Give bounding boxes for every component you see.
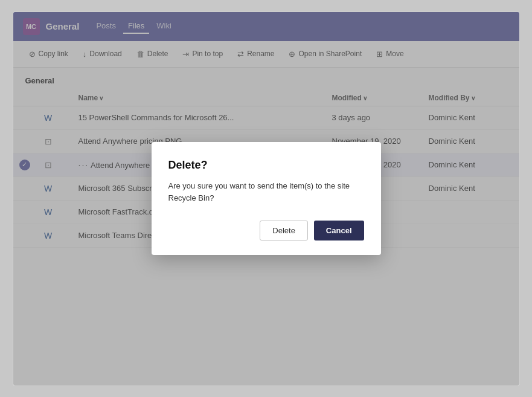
modal-title: Delete?	[168, 159, 364, 172]
app-window: MC General Posts Files Wiki ⊘ Copy link …	[13, 11, 520, 386]
modal-body: Are you sure you want to send the item(s…	[168, 180, 364, 204]
modal-actions: Delete Cancel	[168, 221, 364, 240]
modal-overlay: Delete? Are you sure you want to send th…	[13, 12, 519, 386]
cancel-button[interactable]: Cancel	[314, 221, 364, 240]
confirm-delete-button[interactable]: Delete	[260, 221, 308, 240]
delete-modal: Delete? Are you sure you want to send th…	[152, 142, 381, 255]
